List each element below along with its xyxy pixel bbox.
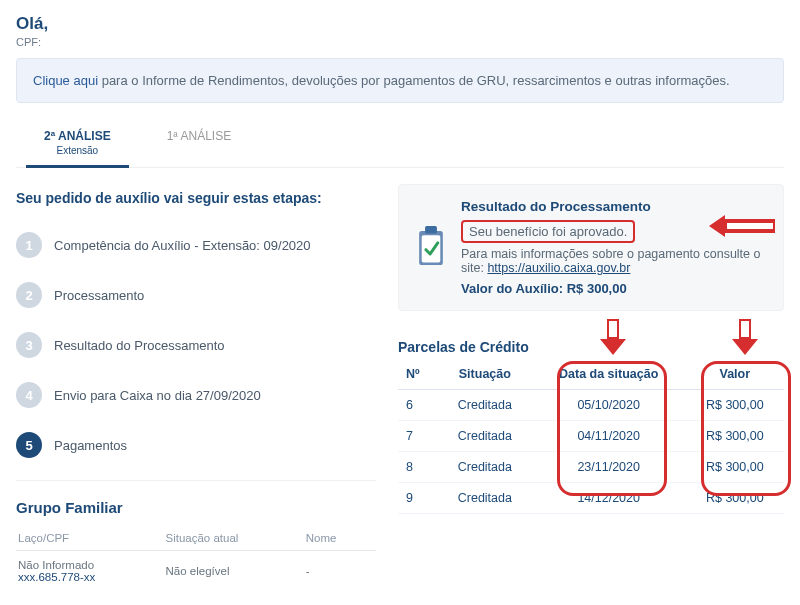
svg-rect-2: [422, 235, 441, 262]
grupo-head-laco: Laço/CPF: [16, 526, 164, 551]
parcelas-title: Parcelas de Crédito: [398, 339, 784, 355]
step-4: 4 Envio para Caixa no dia 27/09/2020: [16, 370, 376, 420]
p-v: R$ 300,00: [686, 452, 784, 483]
grupo-head-nome: Nome: [304, 526, 376, 551]
svg-rect-1: [425, 226, 437, 234]
p-s: Creditada: [438, 390, 532, 421]
step-3-label: Resultado do Processamento: [54, 338, 225, 353]
svg-rect-4: [727, 223, 773, 229]
cpf-label: CPF:: [16, 36, 784, 48]
p-v: R$ 300,00: [686, 421, 784, 452]
tab-active-sub: Extensão: [44, 145, 111, 156]
p-v: R$ 300,00: [686, 483, 784, 514]
result-valor: R$ 300,00: [567, 281, 627, 296]
clipboard-icon: [413, 199, 449, 296]
result-valor-label: Valor do Auxílio:: [461, 281, 567, 296]
info-banner: Clique aqui para o Informe de Rendimento…: [16, 58, 784, 103]
parcelas-head-data: Data da situação: [532, 361, 686, 390]
parcelas-row: 9 Creditada 14/12/2020 R$ 300,00: [398, 483, 784, 514]
p-n: 8: [398, 452, 438, 483]
annotation-arrow-down-2: [730, 319, 760, 355]
grupo-row-nome: -: [304, 551, 376, 592]
parcelas-head-situ: Situação: [438, 361, 532, 390]
p-v: R$ 300,00: [686, 390, 784, 421]
result-approved: Seu benefício foi aprovado.: [461, 220, 635, 243]
grupo-table: Laço/CPF Situação atual Nome Não Informa…: [16, 526, 376, 591]
parcelas-head-row: Nº Situação Data da situação Valor: [398, 361, 784, 390]
p-s: Creditada: [438, 483, 532, 514]
step-1: 1 Competência do Auxílio - Extensão: 09/…: [16, 220, 376, 270]
annotation-arrow-left: [707, 215, 777, 240]
tabs: 2ª ANÁLISE Extensão 1ª ANÁLISE: [16, 119, 784, 168]
p-s: Creditada: [438, 421, 532, 452]
result-link[interactable]: https://auxilio.caixa.gov.br: [487, 261, 630, 275]
parcelas-head-valor: Valor: [686, 361, 784, 390]
grupo-head-row: Laço/CPF Situação atual Nome: [16, 526, 376, 551]
p-d: 05/10/2020: [532, 390, 686, 421]
step-2: 2 Processamento: [16, 270, 376, 320]
p-n: 6: [398, 390, 438, 421]
tab-active-label: 2ª ANÁLISE: [44, 129, 111, 143]
result-title: Resultado do Processamento: [461, 199, 767, 214]
tab-1a-analise[interactable]: 1ª ANÁLISE: [139, 119, 259, 168]
step-4-badge: 4: [16, 382, 42, 408]
parcelas-head-n: Nº: [398, 361, 438, 390]
p-d: 04/11/2020: [532, 421, 686, 452]
parcelas-table: Nº Situação Data da situação Valor 6 Cre…: [398, 361, 784, 514]
step-4-label: Envio para Caixa no dia 27/09/2020: [54, 388, 261, 403]
step-2-label: Processamento: [54, 288, 144, 303]
grupo-row-laco1: Não Informado: [18, 559, 152, 571]
p-n: 9: [398, 483, 438, 514]
parcelas-row: 7 Creditada 04/11/2020 R$ 300,00: [398, 421, 784, 452]
step-5-badge: 5: [16, 432, 42, 458]
grupo-head-situ: Situação atual: [164, 526, 304, 551]
step-1-badge: 1: [16, 232, 42, 258]
p-s: Creditada: [438, 452, 532, 483]
parcelas-row: 6 Creditada 05/10/2020 R$ 300,00: [398, 390, 784, 421]
step-5: 5 Pagamentos: [16, 420, 376, 470]
p-d: 14/12/2020: [532, 483, 686, 514]
step-3-badge: 3: [16, 332, 42, 358]
tab-2a-analise[interactable]: 2ª ANÁLISE Extensão: [16, 119, 139, 168]
steps-title: Seu pedido de auxílio vai seguir estas e…: [16, 190, 376, 206]
step-5-label: Pagamentos: [54, 438, 127, 453]
greeting: Olá,: [16, 14, 784, 34]
info-banner-link[interactable]: Clique aqui: [33, 73, 98, 88]
svg-rect-8: [741, 321, 749, 337]
step-2-badge: 2: [16, 282, 42, 308]
p-n: 7: [398, 421, 438, 452]
step-3: 3 Resultado do Processamento: [16, 320, 376, 370]
annotation-arrow-down-1: [598, 319, 628, 355]
grupo-title: Grupo Familiar: [16, 499, 376, 516]
parcelas-row: 8 Creditada 23/11/2020 R$ 300,00: [398, 452, 784, 483]
p-d: 23/11/2020: [532, 452, 686, 483]
grupo-row: Não Informado xxx.685.778-xx Não elegíve…: [16, 551, 376, 592]
info-banner-text: para o Informe de Rendimentos, devoluçõe…: [98, 73, 730, 88]
step-1-label: Competência do Auxílio - Extensão: 09/20…: [54, 238, 311, 253]
separator: [16, 480, 376, 481]
tab-inactive-label: 1ª ANÁLISE: [167, 129, 231, 143]
grupo-row-situ: Não elegível: [164, 551, 304, 592]
grupo-row-laco2: xxx.685.778-xx: [18, 571, 152, 583]
result-box: Resultado do Processamento Seu benefício…: [398, 184, 784, 311]
svg-rect-6: [609, 321, 617, 337]
